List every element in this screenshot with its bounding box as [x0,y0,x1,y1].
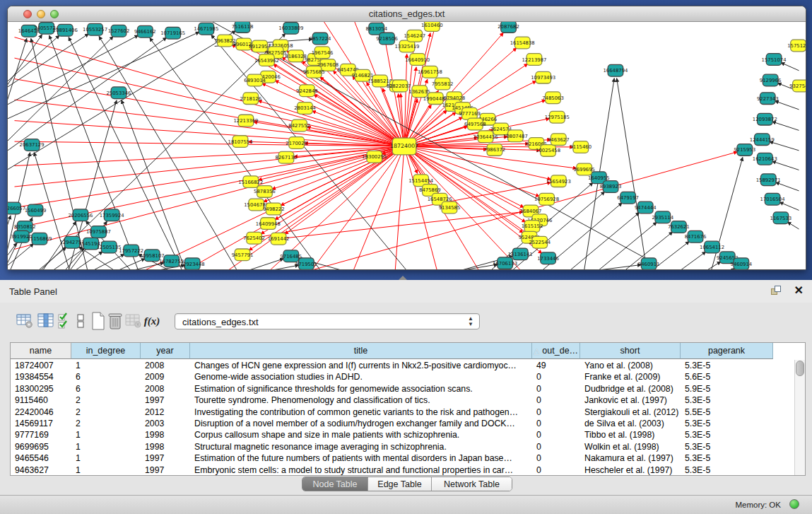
graph-node-teal[interactable]: 8938923 [600,181,622,193]
graph-node-yellow[interactable]: 2170029 [286,137,307,149]
graph-node-teal[interactable]: 16210643 [753,153,777,165]
graph-node-yellow[interactable]: 12213987 [522,54,546,66]
float-panel-icon[interactable] [771,286,782,296]
graph-node-teal[interactable]: 9227343 [757,93,779,105]
table-row[interactable]: 2242004622012Investigating the contribut… [11,407,773,418]
network-window[interactable]: citations_edges.txt 16464182405572420891… [7,6,806,270]
graph-node-teal[interactable]: 20206556 [68,209,93,221]
graph-node-yellow[interactable]: 7625402 [243,232,265,244]
column-header-out_de[interactable]: △out_de… [532,343,580,359]
graph-node-yellow[interactable]: 5878356 [254,186,276,198]
graph-node-teal[interactable]: 9466162 [134,25,156,37]
graph-node-yellow[interactable]: 1967546 [312,47,334,59]
graph-node-teal[interactable]: 16648794 [603,64,628,76]
graph-node-teal[interactable]: 25266057 [8,202,25,214]
new-column-button[interactable] [89,311,107,331]
table-row[interactable]: 1830029562008Estimation of significance … [11,383,773,395]
graph-node-teal[interactable]: 17359924 [100,209,124,221]
column-header-year[interactable]: year [141,343,190,359]
graph-node-yellow[interactable]: 16154838 [510,37,535,49]
graph-node-yellow[interactable]: 9242848 [296,85,318,97]
vertical-scrollbar[interactable] [794,360,805,475]
table-row[interactable]: 1456911722003Disruption of a novel membe… [11,418,773,429]
graph-node-teal[interactable]: 12444159 [750,134,775,146]
graph-node-yellow[interactable]: 12213369 [233,115,258,127]
graph-node-yellow[interactable]: 1575120 [787,40,806,52]
graph-node-yellow[interactable]: 16409948 [256,218,281,230]
tab-edge-table[interactable]: Edge Table [368,477,432,491]
graph-node-yellow[interactable]: 8427552 [288,119,310,132]
graph-node-teal[interactable]: 20637129 [20,139,45,151]
graph-node-yellow[interactable]: 1546247 [404,30,425,42]
table-row[interactable]: 1938455462009Genome-wide association stu… [11,371,773,382]
delete-column-button[interactable] [106,311,124,331]
graph-node-yellow[interactable]: 2803144 [294,103,316,115]
graph-node-teal[interactable]: 10654112 [700,241,724,253]
graph-node-yellow[interactable]: 2522544 [529,236,551,248]
table-row[interactable]: 911546021997Tourette syndrome. Phenomeno… [11,395,773,406]
column-header-name[interactable]: name [11,343,71,359]
table-row[interactable]: 977716911998Corpus callosum shape and si… [11,429,773,440]
graph-node-teal[interactable]: 9474444 [635,201,657,214]
graph-node-teal[interactable]: 2087682 [498,22,519,33]
graph-node-yellow[interactable]: 16640910 [405,54,430,66]
graph-node-teal[interactable]: 1167533 [770,212,792,224]
show-columns-button[interactable] [37,311,55,331]
graph-node-teal[interactable]: 9857224 [310,33,331,45]
graph-node-teal[interactable]: 1560499 [25,204,47,216]
graph-node-teal[interactable]: 1733446 [537,252,559,264]
graph-node-teal[interactable]: 10719165 [160,27,185,39]
graph-node-yellow[interactable]: 2718126 [240,93,261,105]
scrollbar-thumb[interactable] [796,361,804,376]
graph-node-yellow[interactable]: 9675685 [303,66,325,78]
graph-node-yellow[interactable]: 16961758 [418,66,442,78]
table-row[interactable]: 946554611997Estimation of the future num… [11,452,773,464]
graph-node-yellow[interactable]: 7986372 [484,144,506,156]
graph-node-yellow[interactable]: 9327541 [789,80,806,92]
graph-node-yellow[interactable]: 1610460 [421,22,443,31]
graph-node-teal[interactable]: 10975887 [86,226,111,238]
tab-node-table[interactable]: Node Table [302,477,368,491]
select-columns-button[interactable] [57,311,72,331]
graph-node-yellow[interactable]: 9498222 [263,203,285,215]
graph-node-teal[interactable]: 9218506 [376,33,398,45]
network-window-titlebar[interactable]: citations_edges.txt [8,6,806,22]
graph-node-teal[interactable]: 6479197 [617,192,639,204]
graph-node-yellow[interactable]: 15654923 [546,175,571,187]
graph-node-teal[interactable]: 10553257 [83,23,107,35]
table-settings-button[interactable] [16,311,34,331]
table-row[interactable]: 1872400712008Changes of HCN gene express… [11,360,773,371]
graph-node-teal[interactable]: 9215953 [734,144,755,156]
graph-node-yellow[interactable]: 7955812 [432,78,454,90]
graph-node-yellow[interactable]: 19756928 [534,193,559,205]
table-row[interactable]: 946362711997Embryonic stem cells: a mode… [11,465,773,476]
graph-node-teal[interactable]: 16033809 [278,22,303,34]
graph-node-yellow[interactable]: 6497568 [464,118,486,130]
graph-node-teal[interactable]: 9460914 [731,258,753,269]
graph-node-teal[interactable]: 2935114 [652,211,673,223]
tab-network-table[interactable]: Network Table [432,477,512,491]
graph-node-teal[interactable]: 1527602 [108,25,130,37]
column-header-in_degree[interactable]: in_degree [71,343,141,359]
table-row[interactable]: 969969511998Structural magnetic resonanc… [11,441,773,452]
graph-node-teal[interactable]: 9460911 [638,258,660,269]
graph-node-yellow[interactable]: 12975185 [545,111,570,123]
function-builder-button[interactable]: f(x) [143,311,161,331]
column-header-pagerank[interactable]: pagerank [681,343,773,359]
graph-node-yellow[interactable]: 18107554 [228,136,253,148]
graph-node-yellow[interactable]: 9134585 [439,201,461,214]
graph-node-yellow[interactable]: 9463627 [548,134,570,146]
row-height-button[interactable] [74,311,87,331]
graph-node-teal[interactable]: 9129966 [760,74,782,86]
graph-node-teal[interactable]: 8471676 [685,230,707,243]
graph-node-yellow[interactable]: 8267130 [276,151,298,163]
graph-node-teal[interactable]: 7516118 [232,22,254,33]
graph-node-yellow[interactable]: 8186328 [285,50,307,62]
graph-node-yellow[interactable]: 1691442 [268,233,290,245]
graph-node-yellow[interactable]: 1822037 [389,80,411,92]
column-header-title[interactable]: title [190,343,532,359]
graph-node-yellow[interactable]: 1615152 [522,221,543,233]
graph-node-teal[interactable]: 8719501 [295,258,317,269]
graph-node-teal[interactable]: 7632621 [668,221,690,233]
column-header-short[interactable]: short [580,343,681,359]
